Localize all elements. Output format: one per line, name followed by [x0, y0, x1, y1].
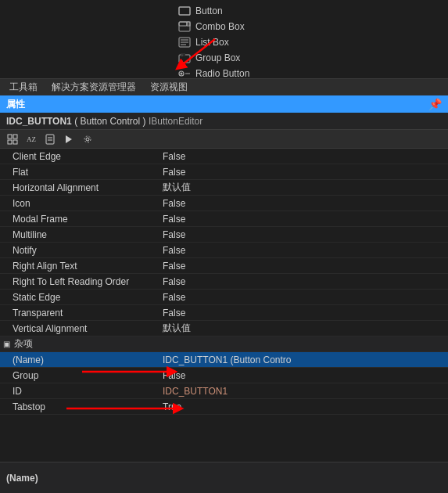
toolbox-label-listbox: List Box — [195, 37, 229, 48]
prop-row-id[interactable]: ID IDC_BUTTON1 — [0, 383, 448, 399]
prop-name-id: ID — [0, 386, 156, 397]
svg-rect-0 — [179, 7, 190, 15]
toolbox-label-groupbox: Group Box — [195, 52, 240, 63]
properties-table: Client Edge False Flat False Horizontal … — [0, 149, 448, 462]
control-type-open-paren: ( — [74, 116, 77, 127]
props-toolbar: AZ — [0, 130, 448, 149]
prop-name-horizontal-alignment: Horizontal Alignment — [0, 182, 156, 193]
toolbox-item-button[interactable]: Button — [172, 3, 448, 19]
toolbox-item-combobox[interactable]: Combo Box — [172, 19, 448, 34]
tab-toolbox[interactable]: 工具箱 — [3, 79, 44, 95]
prop-row-multiline[interactable]: Multiline False — [0, 227, 448, 243]
prop-name-notify: Notify — [0, 245, 156, 256]
toolbox-label-combobox: Combo Box — [195, 21, 245, 32]
button-icon — [178, 5, 191, 17]
prop-value-right-align-text: False — [156, 261, 448, 272]
prop-value-flat: False — [156, 167, 448, 178]
groupbox-icon: □ — [178, 52, 191, 64]
prop-name-flat: Flat — [0, 167, 156, 178]
left-panel — [0, 0, 172, 78]
control-id: IDC_BUTTON1 — [6, 116, 72, 127]
prop-value-modal-frame: False — [156, 214, 448, 225]
prop-row-flat[interactable]: Flat False — [0, 164, 448, 180]
categorized-icon[interactable] — [5, 131, 20, 147]
toolbox-label-radiobutton: Radio Button — [195, 68, 249, 79]
alphabetical-icon[interactable]: AZ — [23, 131, 39, 147]
control-name-bar: IDC_BUTTON1 ( Button Control ) IButtonEd… — [0, 113, 448, 130]
prop-value-client-edge: False — [156, 151, 448, 162]
toolbox-items: Button Combo Box List Box — [172, 0, 448, 85]
toolbox-item-listbox[interactable]: List Box — [172, 34, 448, 50]
prop-row-tabstop[interactable]: Tabstop True — [0, 399, 448, 415]
prop-value-horizontal-alignment: 默认值 — [156, 181, 448, 194]
svg-point-25 — [84, 136, 91, 142]
prop-row-icon[interactable]: Icon False — [0, 196, 448, 211]
svg-rect-18 — [13, 140, 17, 144]
prop-row-notify[interactable]: Notify False — [0, 243, 448, 258]
prop-value-group: False — [156, 370, 448, 381]
prop-value-multiline: False — [156, 229, 448, 240]
svg-rect-16 — [13, 135, 17, 139]
svg-rect-1 — [179, 22, 190, 31]
prop-value-vertical-alignment: 默认值 — [156, 322, 448, 335]
bottom-status-text: (Name) — [6, 473, 38, 484]
prop-name-icon: Icon — [0, 198, 156, 209]
bottom-status: (Name) — [0, 462, 448, 493]
prop-row-modal-frame[interactable]: Modal Frame False — [0, 211, 448, 227]
control-type-close-paren: ) — [143, 116, 149, 127]
svg-point-24 — [86, 138, 89, 141]
prop-name-transparent: Transparent — [0, 308, 156, 318]
prop-name-group: Group — [0, 370, 156, 381]
tab-solution-explorer[interactable]: 解决方案资源管理器 — [45, 79, 142, 95]
pin-icon[interactable]: 📌 — [428, 98, 442, 110]
prop-value-id: IDC_BUTTON1 — [156, 386, 448, 397]
prop-row-static-edge[interactable]: Static Edge False — [0, 290, 448, 305]
property-pages-icon[interactable] — [42, 131, 58, 147]
prop-value-right-to-left: False — [156, 276, 448, 287]
prop-name-client-edge: Client Edge — [0, 151, 156, 162]
prop-name-tabstop: Tabstop — [0, 401, 156, 412]
prop-row-vertical-alignment[interactable]: Vertical Alignment 默认值 — [0, 321, 448, 336]
section-misc-label: 杂项 — [13, 337, 33, 351]
section-toggle-misc[interactable]: ▣ — [0, 336, 13, 352]
svg-rect-15 — [8, 135, 12, 139]
editor-name: IButtonEditor — [149, 116, 202, 127]
events-icon[interactable] — [61, 131, 77, 147]
svg-rect-17 — [8, 140, 12, 144]
prop-value-static-edge: False — [156, 292, 448, 303]
prop-name-vertical-alignment: Vertical Alignment — [0, 323, 156, 334]
prop-name-static-edge: Static Edge — [0, 292, 156, 303]
svg-text:AZ: AZ — [27, 135, 36, 143]
prop-row-client-edge[interactable]: Client Edge False — [0, 149, 448, 164]
prop-name-right-to-left: Right To Left Reading Order — [0, 276, 156, 287]
prop-value-transparent: False — [156, 308, 448, 318]
control-name-text: IDC_BUTTON1 ( Button Control ) IButtonEd… — [6, 116, 202, 127]
toolbox-item-groupbox[interactable]: □ Group Box — [172, 50, 448, 66]
prop-value-name: IDC_BUTTON1 (Button Contro — [156, 354, 448, 365]
prop-row-horizontal-alignment[interactable]: Horizontal Alignment 默认值 — [0, 180, 448, 196]
prop-name-right-align-text: Right Align Text — [0, 261, 156, 272]
prop-row-group[interactable]: Group False — [0, 368, 448, 383]
prop-value-icon: False — [156, 198, 448, 209]
prop-row-transparent[interactable]: Transparent False — [0, 305, 448, 321]
section-misc-header[interactable]: ▣ 杂项 — [0, 336, 448, 352]
settings-icon[interactable] — [80, 131, 95, 147]
properties-title: 属性 — [6, 98, 25, 111]
prop-row-right-to-left[interactable]: Right To Left Reading Order False — [0, 274, 448, 290]
prop-row-name[interactable]: (Name) IDC_BUTTON1 (Button Contro — [0, 352, 448, 368]
combobox-icon — [178, 20, 191, 33]
svg-rect-2 — [179, 22, 187, 26]
toolbar-strip: 工具箱 解决方案资源管理器 资源视图 — [0, 78, 448, 95]
toolbox-label-button: Button — [195, 5, 223, 16]
control-type: Button Control — [80, 116, 140, 127]
prop-row-right-align-text[interactable]: Right Align Text False — [0, 258, 448, 274]
prop-value-tabstop: True — [156, 401, 448, 412]
listbox-icon — [178, 36, 191, 49]
tab-resource-view[interactable]: 资源视图 — [144, 79, 194, 95]
svg-marker-23 — [66, 135, 72, 143]
prop-value-notify: False — [156, 245, 448, 256]
prop-name-multiline: Multiline — [0, 229, 156, 240]
prop-name-modal-frame: Modal Frame — [0, 214, 156, 225]
svg-rect-20 — [46, 135, 54, 144]
prop-name-name: (Name) — [0, 354, 156, 365]
